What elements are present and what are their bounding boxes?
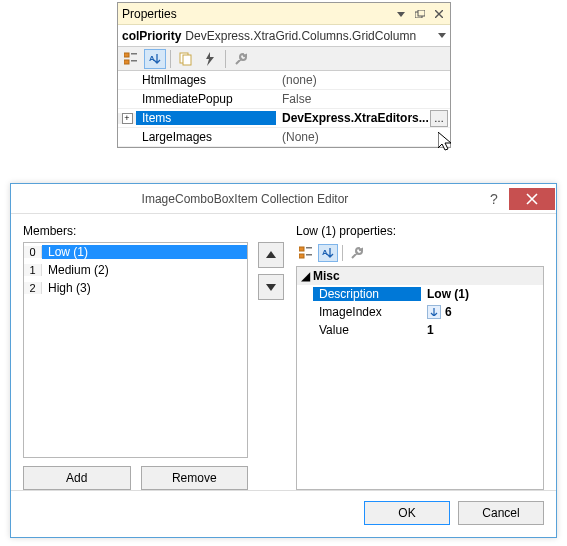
list-item[interactable]: 0 Low (1) xyxy=(24,243,247,261)
property-row-selected[interactable]: + Items DevExpress.XtraEditors... … xyxy=(118,109,450,128)
property-name: HtmlImages xyxy=(136,73,276,87)
properties-label: Low (1) properties: xyxy=(296,224,544,238)
close-icon[interactable] xyxy=(431,7,446,21)
property-row[interactable]: ImmediatePopup False xyxy=(118,90,450,109)
properties-titlebar: Properties xyxy=(118,3,450,25)
properties-toolbar: A xyxy=(118,47,450,71)
expand-icon[interactable]: + xyxy=(122,113,133,124)
svg-rect-8 xyxy=(183,55,191,65)
object-name: colPriority xyxy=(122,29,181,43)
object-type: DevExpress.XtraGrid.Columns.GridColumn xyxy=(185,29,434,43)
object-selector[interactable]: colPriority DevExpress.XtraGrid.Columns.… xyxy=(118,25,450,47)
property-row[interactable]: Value 1 xyxy=(297,321,543,339)
properties-panel: Low (1) properties: A ◢ Misc Description… xyxy=(296,224,544,490)
members-listbox[interactable]: 0 Low (1) 1 Medium (2) 2 High (3) xyxy=(23,242,248,458)
properties-window: Properties colPriority DevExpress.XtraGr… xyxy=(117,2,451,148)
members-panel: Members: 0 Low (1) 1 Medium (2) 2 High (… xyxy=(23,224,248,490)
move-down-button[interactable] xyxy=(258,274,284,300)
property-name: Value xyxy=(313,323,421,337)
property-value[interactable]: 1 xyxy=(421,323,543,337)
ok-button[interactable]: OK xyxy=(364,501,450,525)
list-index: 2 xyxy=(24,282,42,294)
svg-text:A: A xyxy=(322,248,328,257)
wrench-icon[interactable] xyxy=(230,49,252,69)
property-row-selected[interactable]: Description Low (1) xyxy=(297,285,543,303)
collapse-icon[interactable]: ◢ xyxy=(297,269,313,283)
wrench-icon[interactable] xyxy=(347,244,367,262)
members-buttons: Add Remove xyxy=(23,466,248,490)
svg-rect-10 xyxy=(306,247,312,249)
property-sheet: ◢ Misc Description Low (1) ImageIndex 6 … xyxy=(296,266,544,490)
svg-rect-12 xyxy=(306,254,312,256)
dialog-title: ImageComboBoxItem Collection Editor xyxy=(11,192,479,206)
svg-rect-3 xyxy=(131,53,137,55)
list-item[interactable]: 2 High (3) xyxy=(24,279,247,297)
move-up-button[interactable] xyxy=(258,242,284,268)
property-name: ImageIndex xyxy=(313,305,421,319)
list-index: 0 xyxy=(24,246,42,258)
svg-rect-4 xyxy=(124,60,129,64)
window-restore-icon[interactable] xyxy=(412,7,427,21)
svg-rect-11 xyxy=(299,254,304,258)
svg-text:A: A xyxy=(149,54,155,63)
svg-rect-5 xyxy=(131,60,137,62)
dialog-body: Members: 0 Low (1) 1 Medium (2) 2 High (… xyxy=(11,214,556,490)
toolbar-separator xyxy=(170,50,171,68)
property-row[interactable]: LargeImages (None) xyxy=(118,128,450,147)
property-name: LargeImages xyxy=(136,130,276,144)
add-button[interactable]: Add xyxy=(23,466,131,490)
members-label: Members: xyxy=(23,224,248,238)
property-value[interactable]: (none) xyxy=(276,73,450,87)
dialog-footer: OK Cancel xyxy=(11,490,556,535)
list-text: Medium (2) xyxy=(42,263,247,277)
close-button[interactable] xyxy=(509,188,555,210)
ellipsis-button[interactable]: … xyxy=(430,110,448,127)
property-value[interactable]: False xyxy=(276,92,450,106)
property-name: Description xyxy=(313,287,421,301)
category-name: Misc xyxy=(313,269,340,283)
help-icon[interactable]: ? xyxy=(479,184,509,214)
category-row[interactable]: ◢ Misc xyxy=(297,267,543,285)
property-name: ImmediatePopup xyxy=(136,92,276,106)
events-icon[interactable] xyxy=(199,49,221,69)
property-name: Items xyxy=(136,111,276,125)
svg-rect-9 xyxy=(299,247,304,251)
reorder-buttons xyxy=(258,224,286,490)
property-row[interactable]: ImageIndex 6 xyxy=(297,303,543,321)
remove-button[interactable]: Remove xyxy=(141,466,249,490)
list-text: High (3) xyxy=(42,281,247,295)
toolbar-separator xyxy=(225,50,226,68)
categorized-icon[interactable] xyxy=(296,244,316,262)
cancel-button[interactable]: Cancel xyxy=(458,501,544,525)
property-row[interactable]: HtmlImages (none) xyxy=(118,71,450,90)
list-index: 1 xyxy=(24,264,42,276)
gutter: + xyxy=(118,113,136,124)
categorized-icon[interactable] xyxy=(120,49,142,69)
pages-icon[interactable] xyxy=(175,49,197,69)
dialog-titlebar: ImageComboBoxItem Collection Editor ? xyxy=(11,184,556,214)
property-value[interactable]: 6 xyxy=(421,305,543,320)
chevron-down-icon[interactable] xyxy=(438,33,446,39)
list-item[interactable]: 1 Medium (2) xyxy=(24,261,247,279)
properties-title: Properties xyxy=(122,7,389,21)
list-text: Low (1) xyxy=(42,245,247,259)
property-value: DevExpress.XtraEditors... xyxy=(276,111,430,125)
dropdown-icon[interactable] xyxy=(393,7,408,21)
property-grid: HtmlImages (none) ImmediatePopup False +… xyxy=(118,71,450,147)
alphabetical-icon[interactable]: A xyxy=(318,244,338,262)
toolbar-separator xyxy=(342,245,343,261)
svg-rect-1 xyxy=(418,10,425,16)
image-index-icon xyxy=(427,305,441,319)
alphabetical-icon[interactable]: A xyxy=(144,49,166,69)
property-value[interactable]: Low (1) xyxy=(421,287,543,301)
collection-editor-dialog: ImageComboBoxItem Collection Editor ? Me… xyxy=(10,183,557,538)
mini-toolbar: A xyxy=(296,242,544,264)
property-value[interactable]: (None) xyxy=(276,130,450,144)
svg-rect-2 xyxy=(124,53,129,57)
